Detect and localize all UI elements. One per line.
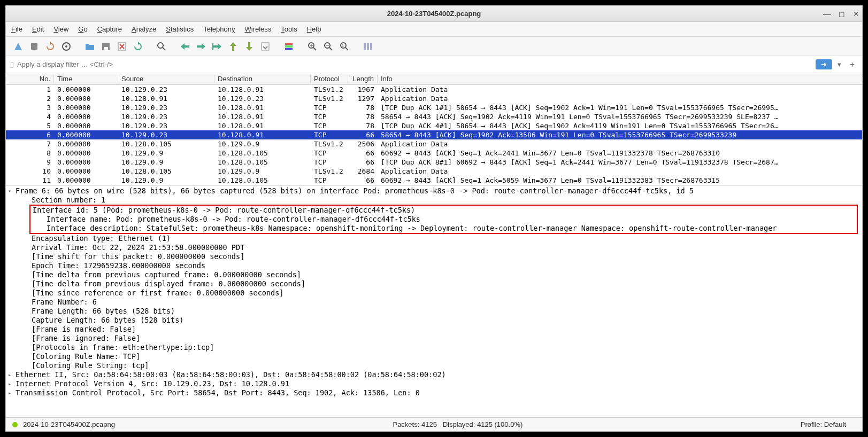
svg-rect-25 <box>370 43 372 50</box>
col-header-protocol[interactable]: Protocol <box>311 75 348 83</box>
find-icon[interactable] <box>155 40 168 53</box>
detail-arrival[interactable]: Arrival Time: Oct 22, 2024 21:53:58.0000… <box>6 243 862 252</box>
colorize-icon[interactable] <box>282 40 296 53</box>
packet-row[interactable]: 90.00000010.129.0.910.128.0.105TCP66[TCP… <box>6 158 862 167</box>
svg-point-2 <box>65 45 67 48</box>
zoom-reset-icon[interactable]: 1 <box>337 40 351 53</box>
detail-color-str[interactable]: [Coloring Rule String: tcp] <box>6 361 862 370</box>
close-button[interactable]: ✕ <box>853 10 859 18</box>
detail-section[interactable]: Section number: 1 <box>6 196 862 205</box>
detail-iface-id[interactable]: Interface id: 5 (Pod: prometheus-k8s-0 -… <box>30 206 857 215</box>
resize-columns-icon[interactable] <box>361 40 375 53</box>
filter-dropdown[interactable]: ▾ <box>835 60 843 68</box>
zoom-in-icon[interactable] <box>305 40 319 53</box>
col-header-time[interactable]: Time <box>54 75 118 83</box>
filter-bar: ▯ ➜ ▾ + <box>6 56 862 73</box>
detail-marked[interactable]: [Frame is marked: False] <box>6 325 862 334</box>
detail-since-ref[interactable]: [Time since reference or first frame: 0.… <box>6 288 862 298</box>
col-header-info[interactable]: Info <box>378 75 862 83</box>
detail-delta-cap[interactable]: [Time delta from previous captured frame… <box>6 270 862 279</box>
detail-frame-len[interactable]: Frame Length: 66 bytes (528 bits) <box>6 307 862 316</box>
go-first-icon[interactable] <box>226 40 240 53</box>
packet-row[interactable]: 110.00000010.129.0.910.128.0.105TCP66606… <box>6 176 862 185</box>
svg-line-7 <box>163 48 165 50</box>
go-last-icon[interactable] <box>242 40 256 53</box>
packet-row[interactable]: 70.00000010.128.0.10510.129.0.9TLSv1.225… <box>6 139 862 149</box>
menu-help[interactable]: Help <box>307 25 321 33</box>
packet-row[interactable]: 80.00000010.129.0.910.128.0.105TCP666069… <box>6 149 862 158</box>
maximize-button[interactable]: ◻ <box>839 10 845 18</box>
close-file-icon[interactable] <box>115 40 129 53</box>
packet-row[interactable]: 50.00000010.129.0.2310.128.0.91TCP78[TCP… <box>6 121 862 130</box>
svg-line-21 <box>345 48 348 50</box>
detail-frame[interactable]: Frame 6: 66 bytes on wire (528 bits), 66… <box>6 186 862 196</box>
menu-file[interactable]: File <box>11 25 22 33</box>
packet-list-header: No. Time Source Destination Protocol Len… <box>6 73 862 85</box>
detail-frame-num[interactable]: Frame Number: 6 <box>6 298 862 307</box>
menu-statistics[interactable]: Statistics <box>166 25 194 33</box>
start-capture-icon[interactable] <box>11 40 25 53</box>
col-header-source[interactable]: Source <box>118 75 214 83</box>
go-forward-icon[interactable] <box>194 40 208 53</box>
restart-capture-icon[interactable] <box>43 40 57 53</box>
open-file-icon[interactable] <box>83 40 97 53</box>
svg-point-6 <box>158 43 163 48</box>
status-packets: Packets: 4125 · Displayed: 4125 (100.0%) <box>115 420 801 428</box>
reload-icon[interactable] <box>131 40 145 53</box>
highlighted-interface-block: Interface id: 5 (Pod: prometheus-k8s-0 -… <box>29 205 858 234</box>
detail-iface-name[interactable]: Interface name: Pod: prometheus-k8s-0 ->… <box>30 215 857 224</box>
titlebar: 2024-10-23T045400Z.pcapng — ◻ ✕ <box>6 6 862 22</box>
statusbar: 2024-10-23T045400Z.pcapng Packets: 4125 … <box>6 417 862 431</box>
detail-color-name[interactable]: [Coloring Rule Name: TCP] <box>6 352 862 361</box>
menu-telephony[interactable]: Telephony <box>203 25 235 33</box>
packet-row[interactable]: 100.00000010.128.0.10510.129.0.9TLSv1.22… <box>6 167 862 176</box>
menu-capture[interactable]: Capture <box>97 25 122 33</box>
add-filter-button[interactable]: + <box>847 60 858 69</box>
detail-tcp[interactable]: Transmission Control Protocol, Src Port:… <box>6 388 862 397</box>
svg-rect-8 <box>212 43 213 50</box>
packet-row[interactable]: 20.00000010.128.0.9110.129.0.23TLSv1.212… <box>6 94 862 103</box>
menu-wireless[interactable]: Wireless <box>245 25 272 33</box>
detail-cap-len[interactable]: Capture Length: 66 bytes (528 bits) <box>6 316 862 325</box>
detail-epoch[interactable]: Epoch Time: 1729659238.000000000 seconds <box>6 261 862 270</box>
detail-protos[interactable]: [Protocols in frame: eth:ethertype:ip:tc… <box>6 343 862 352</box>
packet-details: Frame 6: 66 bytes on wire (528 bits), 66… <box>6 185 862 417</box>
detail-iface-desc[interactable]: Interface description: StatefulSet: prom… <box>30 224 857 233</box>
apply-filter-button[interactable]: ➜ <box>816 59 832 69</box>
detail-ignored[interactable]: [Frame is ignored: False] <box>6 334 862 343</box>
stop-capture-icon[interactable] <box>27 40 41 53</box>
menu-tools[interactable]: Tools <box>281 25 297 33</box>
detail-ip[interactable]: Internet Protocol Version 4, Src: 10.129… <box>6 379 862 388</box>
menu-analyze[interactable]: Analyze <box>132 25 156 33</box>
detail-encap[interactable]: Encapsulation type: Ethernet (1) <box>6 234 862 243</box>
go-to-icon[interactable] <box>210 40 224 53</box>
packet-list: No. Time Source Destination Protocol Len… <box>6 73 862 185</box>
menu-go[interactable]: Go <box>78 25 87 33</box>
detail-ethernet[interactable]: Ethernet II, Src: 0a:58:64:58:00:03 (0a:… <box>6 370 862 379</box>
main-window: 2024-10-23T045400Z.pcapng — ◻ ✕ File Edi… <box>5 5 863 432</box>
col-header-no[interactable]: No. <box>6 75 54 83</box>
status-profile[interactable]: Profile: Default <box>801 420 862 428</box>
svg-rect-12 <box>285 48 293 50</box>
svg-rect-11 <box>285 45 293 48</box>
expert-info-icon[interactable] <box>12 422 18 427</box>
save-file-icon[interactable] <box>99 40 113 53</box>
detail-delta-disp[interactable]: [Time delta from previous displayed fram… <box>6 279 862 288</box>
auto-scroll-icon[interactable] <box>258 40 272 53</box>
packet-row[interactable]: 60.00000010.129.0.2310.128.0.91TCP665865… <box>6 130 862 139</box>
go-back-icon[interactable] <box>178 40 192 53</box>
zoom-out-icon[interactable] <box>321 40 335 53</box>
packet-row[interactable]: 10.00000010.129.0.2310.128.0.91TLSv1.219… <box>6 85 862 94</box>
detail-shift[interactable]: [Time shift for this packet: 0.000000000… <box>6 252 862 261</box>
col-header-length[interactable]: Length <box>348 75 378 83</box>
bookmark-icon[interactable]: ▯ <box>10 60 14 68</box>
col-header-destination[interactable]: Destination <box>214 75 311 83</box>
packet-row[interactable]: 40.00000010.129.0.2310.128.0.91TCP785865… <box>6 112 862 121</box>
display-filter-input[interactable] <box>17 60 812 68</box>
packet-row[interactable]: 30.00000010.129.0.2310.128.0.91TCP78[TCP… <box>6 103 862 112</box>
menu-view[interactable]: View <box>53 25 68 33</box>
menu-edit[interactable]: Edit <box>32 25 44 33</box>
window-title: 2024-10-23T045400Z.pcapng <box>387 10 481 18</box>
options-icon[interactable] <box>59 40 73 53</box>
minimize-button[interactable]: — <box>823 10 831 18</box>
